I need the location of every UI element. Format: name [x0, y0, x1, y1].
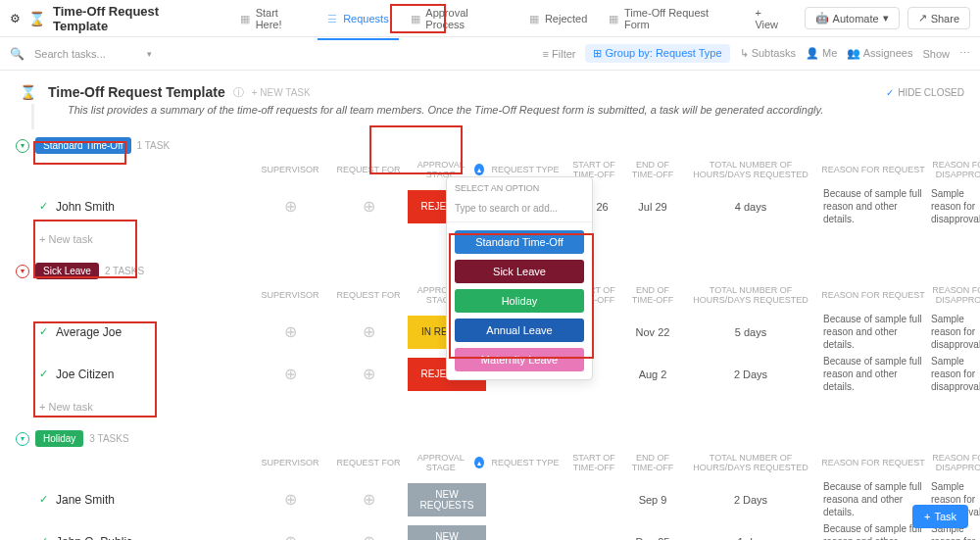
automate-button[interactable]: 🤖Automate▾	[805, 7, 900, 29]
new-task-float-button[interactable]: +Task	[912, 505, 968, 528]
gear-icon[interactable]: ⚙	[10, 12, 21, 25]
col-end[interactable]: END OF TIME-OFF	[623, 279, 682, 311]
request-for-cell[interactable]: ⊕	[329, 532, 408, 540]
sort-asc-icon[interactable]: ▴	[474, 457, 484, 468]
hours-cell[interactable]: 5 days	[682, 326, 819, 338]
me-button[interactable]: 👤 Me	[806, 47, 837, 60]
col-end[interactable]: END OF TIME-OFF	[623, 154, 682, 185]
task-name-cell[interactable]: ✓John Smith	[16, 200, 251, 214]
col-request-type[interactable]: REQUEST TYPE	[486, 452, 564, 473]
disapprove-cell[interactable]: Sample reason for disapproval	[927, 185, 980, 227]
new-task-header[interactable]: + NEW TASK	[252, 87, 311, 98]
group-label[interactable]: Holiday	[35, 430, 83, 447]
request-for-cell[interactable]: ⊕	[329, 490, 408, 509]
col-hours[interactable]: TOTAL NUMBER OF HOURS/DAYS REQUESTED	[682, 447, 819, 478]
reason-cell[interactable]: Because of sample full reason and other …	[819, 353, 927, 395]
col-request-for[interactable]: REQUEST FOR	[329, 452, 408, 473]
show-button[interactable]: Show	[922, 48, 950, 60]
col-reason[interactable]: REASON FOR REQUEST	[819, 284, 927, 306]
page-title: Time-Off Request Template	[53, 4, 215, 33]
view-tabs: ▦Start Here! ☰Requests ▦Approval Process…	[230, 0, 797, 40]
col-start[interactable]: START OF TIME-OFF	[564, 447, 623, 478]
reason-cell[interactable]: Because of sample full reasona and other…	[819, 478, 927, 520]
share-button[interactable]: ↗Share	[907, 7, 970, 29]
col-reason[interactable]: REASON FOR REQUEST	[819, 159, 927, 180]
approval-stage-cell[interactable]: NEW REQUESTS	[408, 525, 486, 541]
new-task-link[interactable]: + New task	[16, 395, 964, 422]
disapprove-cell[interactable]: Sample reason for disapproval	[927, 353, 980, 395]
filter-button[interactable]: ≡ Filter	[543, 48, 576, 60]
end-date-cell[interactable]: Sep 9	[623, 494, 682, 506]
approval-stage-cell[interactable]: NEW REQUESTS	[408, 483, 486, 516]
sort-asc-icon[interactable]: ▴	[474, 164, 484, 175]
task-name-cell[interactable]: ✓Average Joe	[16, 325, 251, 339]
tab-start-here[interactable]: ▦Start Here!	[230, 0, 316, 40]
col-reason[interactable]: REASON FOR REQUEST	[819, 452, 927, 473]
reason-cell[interactable]: Because of sample full reason and other …	[819, 520, 927, 540]
col-disapprove[interactable]: REASON FOR DISAPPROV	[927, 154, 980, 185]
end-date-cell[interactable]: Dec 25	[623, 536, 682, 541]
dropdown-header: SELECT AN OPTION	[447, 177, 592, 199]
reason-cell[interactable]: Because of sample full reason and other …	[819, 185, 927, 227]
task-name-cell[interactable]: ✓Jane Smith	[16, 493, 251, 507]
dropdown-option[interactable]: Holiday	[455, 289, 584, 313]
supervisor-cell[interactable]: ⊕	[251, 532, 329, 540]
tab-approval-process[interactable]: ▦Approval Process	[401, 0, 517, 40]
hours-cell[interactable]: 4 days	[682, 201, 819, 213]
col-request-for[interactable]: REQUEST FOR	[329, 284, 408, 306]
dropdown-option[interactable]: Annual Leave	[455, 319, 584, 342]
disapprove-cell[interactable]: Sample reason for disapproval	[927, 311, 980, 353]
group-collapse[interactable]: ▾	[16, 265, 29, 278]
search-input[interactable]: Search tasks...	[34, 48, 152, 60]
col-supervisor[interactable]: SUPERVISOR	[251, 159, 329, 180]
col-supervisor[interactable]: SUPERVISOR	[251, 284, 329, 306]
share-icon: ↗	[918, 12, 927, 25]
dropdown-option[interactable]: Sick Leave	[455, 260, 584, 283]
subtasks-button[interactable]: ↳ Subtasks	[740, 47, 796, 60]
request-for-cell[interactable]: ⊕	[329, 365, 408, 383]
hide-closed-toggle[interactable]: HIDE CLOSED	[886, 87, 964, 98]
request-for-cell[interactable]: ⊕	[329, 322, 408, 341]
hours-cell[interactable]: 2 Days	[682, 494, 819, 506]
end-date-cell[interactable]: Jul 29	[623, 201, 682, 213]
supervisor-cell[interactable]: ⊕	[251, 322, 329, 341]
task-name-cell[interactable]: ✓John Q. Public	[16, 535, 251, 541]
end-date-cell[interactable]: Aug 2	[623, 368, 682, 380]
col-disapprove[interactable]: REASON FOR DISAPPROV	[927, 447, 980, 478]
reason-cell[interactable]: Because of sample full reason and other …	[819, 311, 927, 353]
col-approval-stage[interactable]: APPROVAL STAGE▴	[408, 447, 486, 478]
list-description: This list provides a summary of the time…	[31, 104, 980, 129]
task-row[interactable]: ✓Jane Smith ⊕ ⊕ NEW REQUESTS Sep 9 2 Day…	[16, 478, 964, 520]
supervisor-cell[interactable]: ⊕	[251, 197, 329, 216]
tab-rejected[interactable]: ▦Rejected	[519, 0, 597, 40]
request-type-dropdown[interactable]: SELECT AN OPTION Type to search or add..…	[446, 176, 593, 380]
dropdown-option[interactable]: Standard Time-Off	[455, 230, 584, 254]
group-collapse[interactable]: ▾	[16, 432, 29, 446]
group-label[interactable]: Standard Time-Off	[35, 137, 131, 154]
supervisor-cell[interactable]: ⊕	[251, 490, 329, 509]
tab-requests[interactable]: ☰Requests	[318, 0, 398, 40]
col-hours[interactable]: TOTAL NUMBER OF HOURS/DAYS REQUESTED	[682, 279, 819, 311]
task-row[interactable]: ✓John Q. Public ⊕ ⊕ NEW REQUESTS Dec 25 …	[16, 520, 964, 540]
end-date-cell[interactable]: Nov 22	[623, 326, 682, 338]
col-hours[interactable]: TOTAL NUMBER OF HOURS/DAYS REQUESTED	[682, 154, 819, 185]
request-for-cell[interactable]: ⊕	[329, 197, 408, 216]
task-name-cell[interactable]: ✓Joe Citizen	[16, 368, 251, 381]
col-end[interactable]: END OF TIME-OFF	[623, 447, 682, 478]
hours-cell[interactable]: 2 Days	[682, 368, 819, 380]
col-supervisor[interactable]: SUPERVISOR	[251, 452, 329, 473]
group-label[interactable]: Sick Leave	[35, 263, 99, 279]
hours-cell[interactable]: 1 day	[682, 536, 819, 541]
col-disapprove[interactable]: REASON FOR DISAPPROV	[927, 279, 980, 311]
more-icon[interactable]: ⋯	[959, 47, 970, 60]
dropdown-search[interactable]: Type to search or add...	[447, 199, 592, 222]
col-request-for[interactable]: REQUEST FOR	[329, 159, 408, 180]
assignees-button[interactable]: 👥 Assignees	[847, 47, 912, 60]
tab-request-form[interactable]: ▦Time-Off Request Form	[599, 0, 743, 40]
group-collapse[interactable]: ▾	[16, 139, 29, 153]
add-view[interactable]: + View	[745, 0, 796, 40]
dropdown-option[interactable]: Maternity Leave	[455, 348, 584, 371]
group-by-button[interactable]: ⊞ Group by: Request Type	[585, 44, 729, 63]
supervisor-cell[interactable]: ⊕	[251, 365, 329, 383]
info-icon[interactable]: ⓘ	[233, 85, 244, 100]
